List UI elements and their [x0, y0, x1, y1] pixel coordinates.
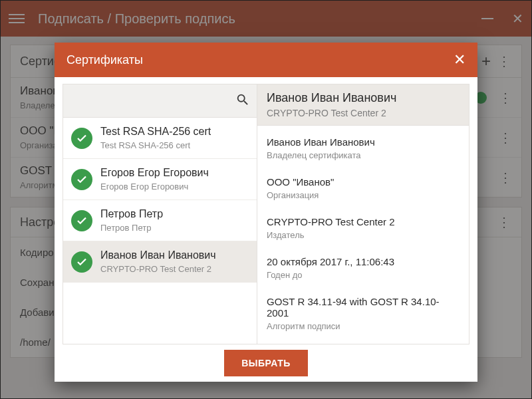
- certificates-dialog: Сертификаты ✕ Test RSA SHA-256 cert Test…: [55, 43, 477, 382]
- select-button[interactable]: ВЫБРАТЬ: [224, 350, 308, 376]
- cert-subtitle: Петров Петр: [100, 223, 163, 233]
- dialog-footer: ВЫБРАТЬ: [55, 344, 477, 382]
- detail-label: Организация: [267, 190, 460, 200]
- dialog-title: Сертификаты: [66, 53, 454, 67]
- cert-subtitle: Егоров Егор Егорович: [100, 182, 209, 192]
- search-icon[interactable]: [235, 92, 250, 110]
- search-input[interactable]: [70, 95, 235, 106]
- list-item[interactable]: Иванов Иван Иванович CRYPTO-PRO Test Cen…: [63, 241, 257, 283]
- check-circle-icon: [71, 169, 92, 190]
- cert-title: Петров Петр: [100, 208, 163, 220]
- certificate-list-pane: Test RSA SHA-256 cert Test RSA SHA-256 c…: [63, 84, 257, 344]
- certificate-detail-pane: Иванов Иван Иванович CRYPTO-PRO Test Cen…: [257, 84, 469, 344]
- cert-title: Test RSA SHA-256 cert: [100, 126, 211, 138]
- list-item[interactable]: Егоров Егор Егорович Егоров Егор Егорови…: [63, 159, 257, 200]
- detail-value: 20 октября 2017 г., 11:06:43: [267, 256, 460, 267]
- detail-scroll[interactable]: Иванов Иван Иванович Владелец сертификат…: [257, 126, 469, 344]
- cert-title: Егоров Егор Егорович: [100, 167, 209, 179]
- detail-label: Владелец сертификата: [267, 150, 460, 160]
- search-box[interactable]: [63, 84, 257, 118]
- detail-value: Иванов Иван Иванович: [267, 136, 460, 148]
- detail-label: Издатель: [267, 230, 460, 240]
- check-circle-icon: [71, 251, 92, 273]
- detail-header-issuer: CRYPTO-PRO Test Center 2: [267, 108, 460, 118]
- detail-label: Алгоритм подписи: [267, 321, 460, 331]
- detail-value: GOST R 34.11-94 with GOST R 34.10-2001: [267, 296, 460, 319]
- detail-header-name: Иванов Иван Иванович: [267, 91, 460, 105]
- check-circle-icon: [71, 128, 92, 149]
- check-circle-icon: [71, 210, 92, 231]
- close-icon[interactable]: ✕: [454, 51, 466, 68]
- dialog-header: Сертификаты ✕: [55, 43, 477, 77]
- cert-subtitle: CRYPTO-PRO Test Center 2: [100, 264, 216, 274]
- cert-title: Иванов Иван Иванович: [100, 249, 216, 261]
- list-item[interactable]: Test RSA SHA-256 cert Test RSA SHA-256 c…: [63, 118, 257, 159]
- cert-subtitle: Test RSA SHA-256 cert: [100, 140, 211, 150]
- detail-value: CRYPTO-PRO Test Center 2: [267, 216, 460, 227]
- list-item[interactable]: Петров Петр Петров Петр: [63, 200, 257, 241]
- detail-value: ООО "Иванов": [267, 176, 460, 188]
- certificate-list: Test RSA SHA-256 cert Test RSA SHA-256 c…: [63, 118, 257, 344]
- detail-header: Иванов Иван Иванович CRYPTO-PRO Test Cen…: [257, 84, 469, 126]
- detail-label: Годен до: [267, 270, 460, 280]
